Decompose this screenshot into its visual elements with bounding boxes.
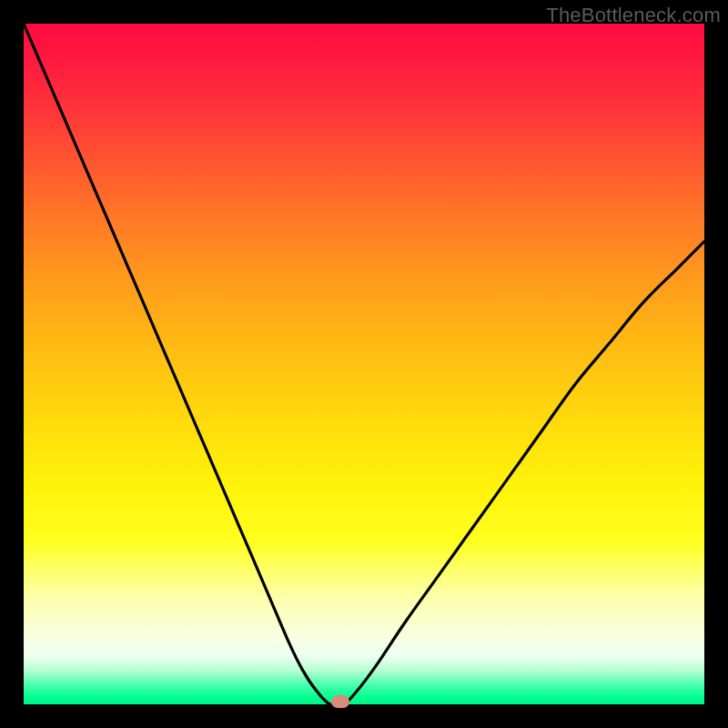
chart-frame: TheBottleneck.com [0, 0, 728, 728]
optimal-point-marker [331, 695, 349, 708]
watermark-text: TheBottleneck.com [546, 4, 721, 27]
chart-plot-area [24, 24, 704, 704]
bottleneck-curve [24, 24, 704, 704]
